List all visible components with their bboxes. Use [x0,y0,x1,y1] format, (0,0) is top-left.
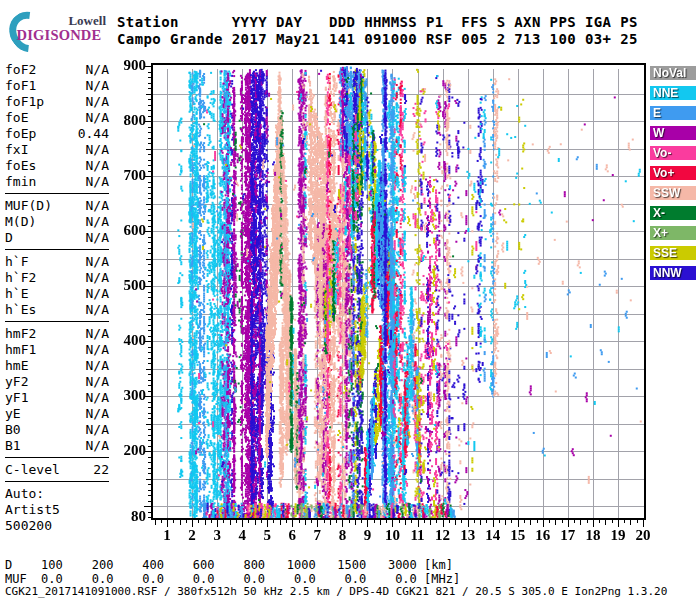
section-divider [5,193,109,194]
param-label: hmF1 [5,342,36,358]
legend-item-x: X- [650,206,696,220]
legend-item-sse: SSE [650,246,696,260]
header-line-values: Campo Grande 2017 May21 141 091000 RSF 0… [117,31,638,47]
param-label: foEp [5,126,36,142]
legend-item-nnw: NNW [650,266,696,280]
y-tick-label: 700 [110,167,146,184]
param-label: yF1 [5,390,28,406]
param-label: C-level [5,462,60,478]
param-value: N/A [86,62,109,78]
param-row: hmEN/A [5,358,109,374]
param-row: fxIN/A [5,142,109,158]
logo-digisonde-text: DIGISONDE [8,27,110,44]
param-label: h`E [5,286,28,302]
param-value: N/A [86,78,109,94]
param-row: 500200 [5,518,109,534]
param-row: h`EN/A [5,286,109,302]
param-value: N/A [86,422,109,438]
param-value: 0.44 [78,126,109,142]
param-value: 22 [93,462,109,478]
param-label: h`F2 [5,270,36,286]
param-row: h`FN/A [5,254,109,270]
legend: NoValNNEEWVo-Vo+SSWX-X+SSENNW [650,66,696,286]
param-label: foF1 [5,78,36,94]
x-tick-label: 20 [628,527,658,544]
param-row: hmF2N/A [5,326,109,342]
param-row: foEsN/A [5,158,109,174]
param-value: N/A [86,174,109,190]
param-row: yF2N/A [5,374,109,390]
legend-item-x: X+ [650,226,696,240]
param-value: N/A [86,406,109,422]
param-row: B0N/A [5,422,109,438]
param-value: N/A [86,438,109,454]
section-divider [5,481,109,482]
y-tick-label: 80 [110,508,146,525]
param-label: hmF2 [5,326,36,342]
legend-item-vo: Vo+ [650,166,696,180]
param-value: N/A [86,342,109,358]
param-label: Artist5 [5,502,60,518]
legend-item-noval: NoVal [650,66,696,80]
param-value: N/A [86,286,109,302]
param-row: DN/A [5,230,109,246]
y-tick-label: 400 [110,332,146,349]
param-label: D [5,230,13,246]
param-label: foE [5,110,28,126]
y-tick-label: 200 [110,442,146,459]
param-value: N/A [86,94,109,110]
param-value: N/A [86,254,109,270]
param-value: N/A [86,214,109,230]
parameter-panel: foF2N/AfoF1N/AfoF1pN/AfoEN/AfoEp0.44fxIN… [5,62,109,534]
param-value: N/A [86,390,109,406]
param-label: foF1p [5,94,44,110]
legend-item-w: W [650,126,696,140]
param-label: MUF(D) [5,198,52,214]
legend-item-e: E [650,106,696,120]
param-value: N/A [86,142,109,158]
param-row: Artist5 [5,502,109,518]
y-tick-label: 300 [110,387,146,404]
param-row: hmF1N/A [5,342,109,358]
section-divider [5,249,109,250]
param-row: foF1N/A [5,78,109,94]
param-value: N/A [86,158,109,174]
param-value: N/A [86,230,109,246]
param-row: h`EsN/A [5,302,109,318]
param-label: fmin [5,174,36,190]
param-row: foEN/A [5,110,109,126]
d-distance-row: D 100 200 400 600 800 1000 1500 3000 [km… [5,558,453,572]
section-divider [5,321,109,322]
param-row: yEN/A [5,406,109,422]
param-row: foEp0.44 [5,126,109,142]
y-tick-label: 800 [110,112,146,129]
muf-row: MUF 0.0 0.0 0.0 0.0 0.0 0.0 0.0 0.0 [MHz… [5,572,460,586]
legend-item-ssw: SSW [650,186,696,200]
param-label: h`F [5,254,28,270]
param-row: M(D)N/A [5,214,109,230]
y-tick-label: 500 [110,277,146,294]
param-label: M(D) [5,214,36,230]
header-line-labels: Station YYYY DAY DDD HHMMSS P1 FFS S AXN… [117,14,638,30]
param-label: 500200 [5,518,52,534]
param-row: fminN/A [5,174,109,190]
param-row: Auto: [5,486,109,502]
param-value: N/A [86,358,109,374]
legend-item-nne: NNE [650,86,696,100]
param-value: N/A [86,270,109,286]
param-row: MUF(D)N/A [5,198,109,214]
param-value: N/A [86,198,109,214]
param-label: Auto: [5,486,44,502]
param-value: N/A [86,110,109,126]
param-value: N/A [86,302,109,318]
param-row: foF2N/A [5,62,109,78]
param-row: yF1N/A [5,390,109,406]
param-label: B1 [5,438,21,454]
param-label: yE [5,406,21,422]
status-bar: CGK21_2017141091000.RSF / 380fx512h 50 k… [5,585,667,598]
param-label: B0 [5,422,21,438]
param-label: hmE [5,358,28,374]
y-tick-label: 900 [110,57,146,74]
param-row: h`F2N/A [5,270,109,286]
param-value: N/A [86,374,109,390]
